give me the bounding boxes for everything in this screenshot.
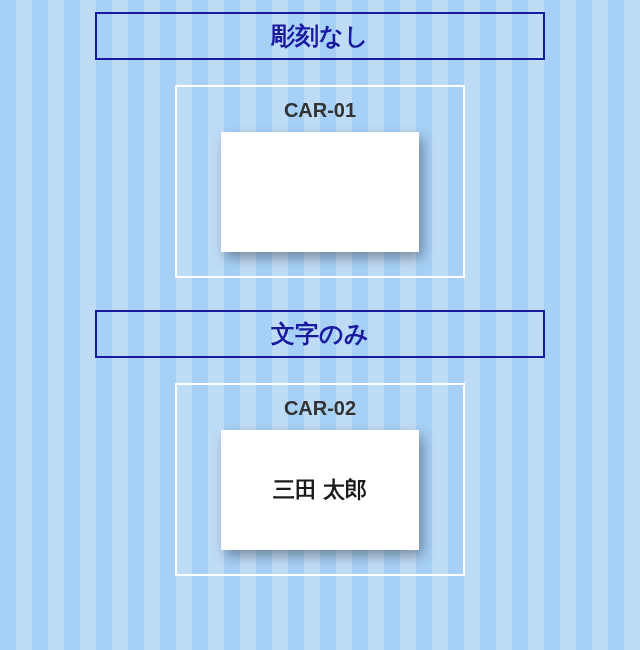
- section-header-no-engraving: 彫刻なし: [95, 12, 545, 60]
- section-header-text: 彫刻なし: [271, 22, 369, 49]
- card-container-2: CAR-02 三田 太郎: [175, 383, 465, 576]
- card-label: CAR-02: [284, 397, 356, 420]
- card-container-1: CAR-01: [175, 85, 465, 278]
- card-with-text: 三田 太郎: [221, 430, 419, 550]
- section-header-text-only: 文字のみ: [95, 310, 545, 358]
- card-blank: [221, 132, 419, 252]
- section-header-text: 文字のみ: [271, 320, 369, 347]
- card-label: CAR-01: [284, 99, 356, 122]
- card-text: 三田 太郎: [273, 475, 367, 505]
